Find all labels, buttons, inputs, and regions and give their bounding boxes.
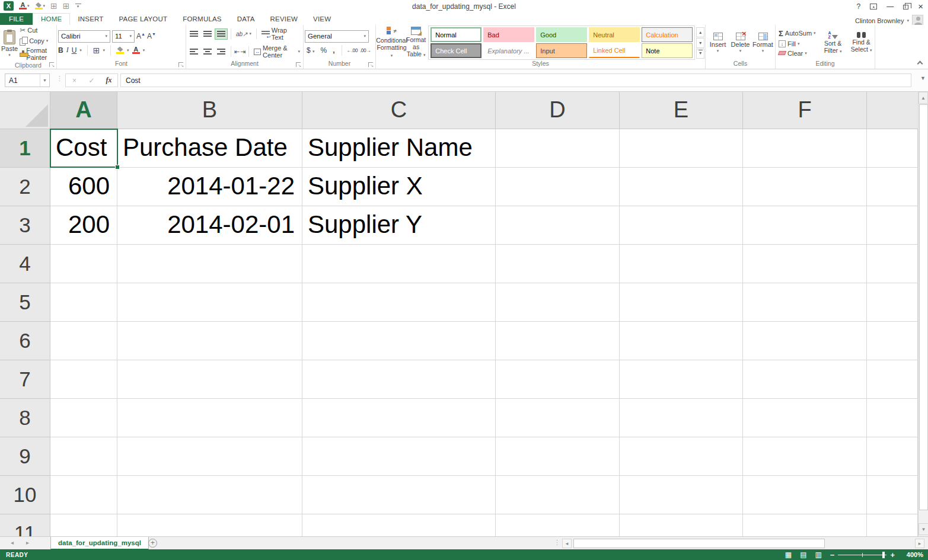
- cell-c6[interactable]: [302, 322, 496, 360]
- cell-c4[interactable]: [302, 245, 496, 283]
- cell-b4[interactable]: [117, 245, 302, 283]
- column-header-f[interactable]: F: [743, 92, 867, 129]
- format-painter-button[interactable]: Format Painter: [18, 46, 55, 62]
- style-explanatory[interactable]: Explanatory ...: [483, 43, 534, 58]
- formula-bar-input[interactable]: Cost: [120, 73, 911, 87]
- sort-filter-button[interactable]: AZ Sort & Filter ▾: [820, 31, 846, 55]
- sheet-nav-right-icon[interactable]: ▸: [26, 539, 29, 546]
- chevron-down-icon[interactable]: ▾: [143, 48, 145, 53]
- cell-b2[interactable]: 2014-01-22: [117, 168, 302, 206]
- autosum-button[interactable]: ΣAutoSum▾: [777, 28, 818, 39]
- conditional-formatting-button[interactable]: Conditional Formatting ▾: [377, 27, 406, 59]
- zoom-slider[interactable]: [838, 551, 886, 558]
- cell-a5[interactable]: [50, 283, 117, 322]
- cell-b3[interactable]: 2014-02-01: [117, 206, 302, 245]
- column-header-g[interactable]: [867, 92, 918, 129]
- column-header-b[interactable]: B: [117, 92, 302, 129]
- style-good[interactable]: Good: [536, 27, 587, 42]
- decrease-font-size-button[interactable]: A▼: [147, 32, 156, 40]
- row-header-4[interactable]: 4: [0, 245, 50, 283]
- cell-e3[interactable]: [620, 206, 743, 245]
- tab-review[interactable]: REVIEW: [263, 13, 306, 25]
- sheet-tab[interactable]: data_for_updating_mysql: [50, 537, 149, 550]
- decrease-indent-button[interactable]: ⇤: [234, 48, 240, 56]
- borders-button[interactable]: ⊞: [93, 47, 100, 54]
- number-format-select[interactable]: General▾: [305, 30, 369, 43]
- vertical-scroll-thumb[interactable]: [919, 104, 928, 510]
- chevron-down-icon[interactable]: ▾: [127, 48, 129, 53]
- decrease-decimal-button[interactable]: .00→: [360, 47, 371, 53]
- cell-b10[interactable]: [117, 476, 302, 514]
- cell-b11[interactable]: [117, 514, 302, 536]
- chevron-down-icon[interactable]: ▾: [79, 48, 82, 53]
- cell-a1[interactable]: Cost: [50, 129, 117, 168]
- tab-data[interactable]: DATA: [229, 13, 263, 25]
- cell-e10[interactable]: [620, 476, 743, 514]
- style-linked-cell[interactable]: Linked Cell: [589, 43, 640, 58]
- cell-g1[interactable]: [867, 129, 918, 168]
- scroll-up-icon[interactable]: ▲: [919, 92, 928, 104]
- cell-g3[interactable]: [867, 206, 918, 245]
- cell-e7[interactable]: [620, 360, 743, 399]
- cell-c11[interactable]: [302, 514, 496, 536]
- cell-d10[interactable]: [496, 476, 620, 514]
- row-header-10[interactable]: 10: [0, 476, 50, 514]
- dialog-launcher-icon[interactable]: [296, 62, 301, 67]
- gallery-scroll-up-icon[interactable]: ▲: [696, 27, 704, 37]
- cell-g6[interactable]: [867, 322, 918, 360]
- cell-c3[interactable]: Supplier Y: [302, 206, 496, 245]
- format-as-table-button[interactable]: Format as Table ▾: [406, 27, 426, 59]
- cell-e11[interactable]: [620, 514, 743, 536]
- cell-d3[interactable]: [496, 206, 620, 245]
- tab-insert[interactable]: INSERT: [70, 13, 111, 25]
- collapse-ribbon-icon[interactable]: [917, 61, 923, 67]
- cell-c8[interactable]: [302, 399, 496, 437]
- cell-g5[interactable]: [867, 283, 918, 322]
- row-header-8[interactable]: 8: [0, 399, 50, 437]
- dialog-launcher-icon[interactable]: [49, 62, 54, 67]
- help-icon[interactable]: ?: [857, 2, 861, 11]
- row-header-3[interactable]: 3: [0, 206, 50, 245]
- italic-button[interactable]: I: [66, 46, 69, 55]
- underline-button[interactable]: U: [72, 46, 77, 55]
- dialog-launcher-icon[interactable]: [368, 62, 373, 67]
- bottom-align-button[interactable]: [215, 28, 228, 40]
- cell-c7[interactable]: [302, 360, 496, 399]
- font-size-select[interactable]: 11▾: [112, 30, 135, 43]
- row-header-9[interactable]: 9: [0, 437, 50, 476]
- cell-f6[interactable]: [743, 322, 867, 360]
- merge-center-button[interactable]: ↔Merge & Center▾: [252, 44, 302, 59]
- zoom-in-button[interactable]: +: [890, 551, 895, 559]
- wrap-text-button[interactable]: Wrap Text: [260, 26, 302, 41]
- close-icon[interactable]: ×: [918, 1, 923, 11]
- style-normal[interactable]: Normal: [430, 27, 481, 42]
- cell-d5[interactable]: [496, 283, 620, 322]
- horizontal-scroll-thumb[interactable]: [573, 539, 825, 548]
- orientation-button[interactable]: ab↗▾: [234, 30, 253, 38]
- row-header-11[interactable]: 11: [0, 514, 50, 536]
- tab-home[interactable]: HOME: [33, 13, 70, 25]
- cell-f7[interactable]: [743, 360, 867, 399]
- cell-a9[interactable]: [50, 437, 117, 476]
- increase-indent-button[interactable]: ⇥: [240, 48, 245, 56]
- cell-g8[interactable]: [867, 399, 918, 437]
- gallery-scroll-down-icon[interactable]: ▼: [696, 38, 704, 48]
- cell-g10[interactable]: [867, 476, 918, 514]
- cell-f10[interactable]: [743, 476, 867, 514]
- cell-e2[interactable]: [620, 168, 743, 206]
- cell-d9[interactable]: [496, 437, 620, 476]
- clear-button[interactable]: Clear▾: [777, 49, 818, 57]
- cell-e4[interactable]: [620, 245, 743, 283]
- cell-d6[interactable]: [496, 322, 620, 360]
- cell-b7[interactable]: [117, 360, 302, 399]
- normal-view-icon[interactable]: ▦: [785, 550, 792, 559]
- find-select-button[interactable]: Find & Select ▾: [849, 32, 875, 54]
- cell-f1[interactable]: [743, 129, 867, 168]
- delete-cells-button[interactable]: Delete ▾: [730, 33, 751, 53]
- cell-a3[interactable]: 200: [50, 206, 117, 245]
- page-layout-view-icon[interactable]: ▤: [800, 550, 806, 559]
- cell-g2[interactable]: [867, 168, 918, 206]
- cell-f4[interactable]: [743, 245, 867, 283]
- cell-d2[interactable]: [496, 168, 620, 206]
- restore-icon[interactable]: [903, 5, 908, 9]
